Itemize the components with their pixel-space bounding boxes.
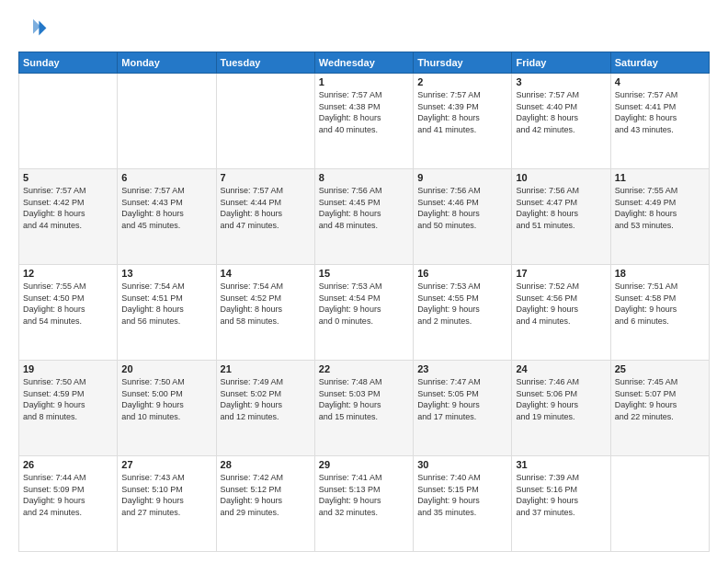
day-number: 31: [516, 459, 606, 470]
day-info: Sunrise: 7:57 AM Sunset: 4:40 PM Dayligh…: [516, 89, 606, 135]
day-info: Sunrise: 7:40 AM Sunset: 5:15 PM Dayligh…: [417, 472, 507, 518]
day-info: Sunrise: 7:57 AM Sunset: 4:43 PM Dayligh…: [121, 185, 211, 231]
day-info: Sunrise: 7:52 AM Sunset: 4:56 PM Dayligh…: [516, 281, 606, 327]
calendar-week-0: 1Sunrise: 7:57 AM Sunset: 4:38 PM Daylig…: [19, 74, 710, 169]
day-number: 11: [615, 172, 705, 183]
day-number: 28: [221, 459, 311, 470]
calendar-cell: 8Sunrise: 7:56 AM Sunset: 4:45 PM Daylig…: [314, 169, 413, 265]
day-info: Sunrise: 7:48 AM Sunset: 5:03 PM Dayligh…: [319, 376, 409, 422]
day-number: 21: [221, 363, 311, 374]
day-number: 26: [23, 459, 113, 470]
day-number: 16: [417, 268, 507, 279]
day-info: Sunrise: 7:41 AM Sunset: 5:13 PM Dayligh…: [319, 472, 409, 518]
calendar-cell: 4Sunrise: 7:57 AM Sunset: 4:41 PM Daylig…: [610, 74, 709, 169]
header: [18, 15, 710, 44]
calendar-cell: 7Sunrise: 7:57 AM Sunset: 4:44 PM Daylig…: [216, 169, 314, 265]
day-number: 14: [221, 268, 311, 279]
day-number: 7: [221, 172, 311, 183]
day-info: Sunrise: 7:56 AM Sunset: 4:47 PM Dayligh…: [516, 185, 606, 231]
calendar-cell: 26Sunrise: 7:44 AM Sunset: 5:09 PM Dayli…: [19, 456, 118, 552]
day-info: Sunrise: 7:57 AM Sunset: 4:39 PM Dayligh…: [417, 89, 507, 135]
day-info: Sunrise: 7:47 AM Sunset: 5:05 PM Dayligh…: [417, 376, 507, 422]
day-info: Sunrise: 7:54 AM Sunset: 4:52 PM Dayligh…: [221, 281, 311, 327]
calendar-cell: 11Sunrise: 7:55 AM Sunset: 4:49 PM Dayli…: [610, 169, 709, 265]
calendar-cell: 17Sunrise: 7:52 AM Sunset: 4:56 PM Dayli…: [512, 265, 610, 361]
calendar-cell: 2Sunrise: 7:57 AM Sunset: 4:39 PM Daylig…: [414, 74, 512, 169]
day-number: 8: [319, 172, 409, 183]
day-number: 25: [615, 363, 705, 374]
day-number: 19: [23, 363, 113, 374]
calendar-cell: [118, 74, 216, 169]
calendar-week-4: 26Sunrise: 7:44 AM Sunset: 5:09 PM Dayli…: [19, 456, 710, 552]
calendar-cell: 19Sunrise: 7:50 AM Sunset: 4:59 PM Dayli…: [19, 361, 118, 456]
day-info: Sunrise: 7:46 AM Sunset: 5:06 PM Dayligh…: [516, 376, 606, 422]
calendar-cell: 14Sunrise: 7:54 AM Sunset: 4:52 PM Dayli…: [216, 265, 314, 361]
day-info: Sunrise: 7:45 AM Sunset: 5:07 PM Dayligh…: [615, 376, 705, 422]
day-number: 15: [319, 268, 409, 279]
calendar-cell: 12Sunrise: 7:55 AM Sunset: 4:50 PM Dayli…: [19, 265, 118, 361]
logo: [18, 15, 51, 44]
calendar-week-2: 12Sunrise: 7:55 AM Sunset: 4:50 PM Dayli…: [19, 265, 710, 361]
day-number: 12: [23, 268, 113, 279]
calendar-cell: 25Sunrise: 7:45 AM Sunset: 5:07 PM Dayli…: [610, 361, 709, 456]
weekday-header-monday: Monday: [118, 52, 216, 74]
weekday-header-wednesday: Wednesday: [314, 52, 413, 74]
calendar-cell: 3Sunrise: 7:57 AM Sunset: 4:40 PM Daylig…: [512, 74, 610, 169]
calendar-cell: 24Sunrise: 7:46 AM Sunset: 5:06 PM Dayli…: [512, 361, 610, 456]
day-info: Sunrise: 7:51 AM Sunset: 4:58 PM Dayligh…: [615, 281, 705, 327]
day-info: Sunrise: 7:39 AM Sunset: 5:16 PM Dayligh…: [516, 472, 606, 518]
calendar-cell: 9Sunrise: 7:56 AM Sunset: 4:46 PM Daylig…: [414, 169, 512, 265]
calendar-cell: 27Sunrise: 7:43 AM Sunset: 5:10 PM Dayli…: [118, 456, 216, 552]
day-number: 29: [319, 459, 409, 470]
page: SundayMondayTuesdayWednesdayThursdayFrid…: [0, 0, 728, 563]
weekday-header-sunday: Sunday: [19, 52, 118, 74]
day-info: Sunrise: 7:53 AM Sunset: 4:55 PM Dayligh…: [417, 281, 507, 327]
day-info: Sunrise: 7:42 AM Sunset: 5:12 PM Dayligh…: [221, 472, 311, 518]
calendar-cell: 6Sunrise: 7:57 AM Sunset: 4:43 PM Daylig…: [118, 169, 216, 265]
calendar-header: SundayMondayTuesdayWednesdayThursdayFrid…: [19, 52, 710, 74]
day-info: Sunrise: 7:50 AM Sunset: 4:59 PM Dayligh…: [23, 376, 113, 422]
day-number: 5: [23, 172, 113, 183]
day-number: 22: [319, 363, 409, 374]
day-number: 3: [516, 76, 606, 87]
day-info: Sunrise: 7:57 AM Sunset: 4:38 PM Dayligh…: [319, 89, 409, 135]
day-number: 1: [319, 76, 409, 87]
day-number: 27: [121, 459, 211, 470]
day-info: Sunrise: 7:44 AM Sunset: 5:09 PM Dayligh…: [23, 472, 113, 518]
day-number: 30: [417, 459, 507, 470]
day-number: 13: [121, 268, 211, 279]
svg-marker-0: [39, 20, 46, 35]
day-info: Sunrise: 7:50 AM Sunset: 5:00 PM Dayligh…: [121, 376, 211, 422]
calendar-cell: 13Sunrise: 7:54 AM Sunset: 4:51 PM Dayli…: [118, 265, 216, 361]
calendar-cell: [216, 74, 314, 169]
calendar-week-1: 5Sunrise: 7:57 AM Sunset: 4:42 PM Daylig…: [19, 169, 710, 265]
day-number: 20: [121, 363, 211, 374]
day-number: 17: [516, 268, 606, 279]
calendar-cell: 21Sunrise: 7:49 AM Sunset: 5:02 PM Dayli…: [216, 361, 314, 456]
calendar-body: 1Sunrise: 7:57 AM Sunset: 4:38 PM Daylig…: [19, 74, 710, 552]
day-number: 4: [615, 76, 705, 87]
day-number: 23: [417, 363, 507, 374]
weekday-header-saturday: Saturday: [610, 52, 709, 74]
calendar-cell: 16Sunrise: 7:53 AM Sunset: 4:55 PM Dayli…: [414, 265, 512, 361]
calendar-cell: 10Sunrise: 7:56 AM Sunset: 4:47 PM Dayli…: [512, 169, 610, 265]
calendar-cell: 30Sunrise: 7:40 AM Sunset: 5:15 PM Dayli…: [414, 456, 512, 552]
weekday-header-friday: Friday: [512, 52, 610, 74]
day-number: 9: [417, 172, 507, 183]
weekday-header-thursday: Thursday: [414, 52, 512, 74]
calendar-cell: 23Sunrise: 7:47 AM Sunset: 5:05 PM Dayli…: [414, 361, 512, 456]
day-info: Sunrise: 7:54 AM Sunset: 4:51 PM Dayligh…: [121, 281, 211, 327]
day-info: Sunrise: 7:53 AM Sunset: 4:54 PM Dayligh…: [319, 281, 409, 327]
day-info: Sunrise: 7:57 AM Sunset: 4:41 PM Dayligh…: [615, 89, 705, 135]
calendar-cell: 28Sunrise: 7:42 AM Sunset: 5:12 PM Dayli…: [216, 456, 314, 552]
calendar-cell: 22Sunrise: 7:48 AM Sunset: 5:03 PM Dayli…: [314, 361, 413, 456]
day-info: Sunrise: 7:57 AM Sunset: 4:42 PM Dayligh…: [23, 185, 113, 231]
day-info: Sunrise: 7:55 AM Sunset: 4:50 PM Dayligh…: [23, 281, 113, 327]
logo-icon: [18, 15, 48, 44]
weekday-row: SundayMondayTuesdayWednesdayThursdayFrid…: [19, 52, 710, 74]
day-info: Sunrise: 7:55 AM Sunset: 4:49 PM Dayligh…: [615, 185, 705, 231]
day-info: Sunrise: 7:43 AM Sunset: 5:10 PM Dayligh…: [121, 472, 211, 518]
day-number: 2: [417, 76, 507, 87]
calendar-cell: 18Sunrise: 7:51 AM Sunset: 4:58 PM Dayli…: [610, 265, 709, 361]
day-info: Sunrise: 7:57 AM Sunset: 4:44 PM Dayligh…: [221, 185, 311, 231]
